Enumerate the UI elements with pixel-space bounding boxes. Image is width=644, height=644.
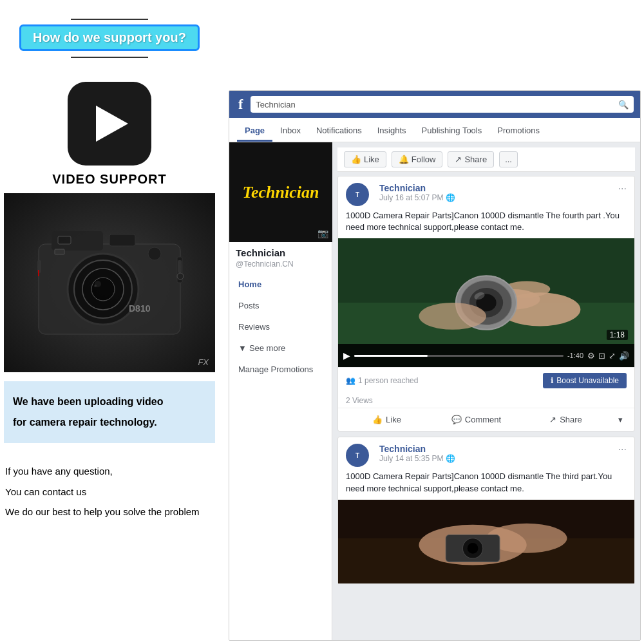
svg-point-35	[468, 543, 478, 554]
camera-svg: D810	[19, 212, 200, 354]
post-meta-2: Technician July 14 at 5:35 PM 🌐	[379, 444, 455, 463]
facebook-panel: f Technician 🔍 Page Inbox Notifications …	[229, 90, 641, 641]
follow-label: Follow	[412, 155, 436, 164]
video-control-icons: ⚙ ⊡ ⤢ 🔊	[587, 351, 629, 361]
post-more-button-1[interactable]: ···	[618, 183, 627, 194]
play-box	[68, 82, 151, 166]
chevron-down-icon: ▼	[238, 343, 247, 353]
tab-notifications[interactable]: Notifications	[308, 120, 370, 142]
avatar-text-1: T	[355, 191, 359, 198]
post-comment-button-1[interactable]: 💬 Comment	[433, 411, 520, 428]
reach-info-1: 👥 1 person reached	[346, 376, 418, 385]
boost-button-1[interactable]: ℹ Boost Unavailable	[543, 373, 627, 388]
follow-button[interactable]: 🔔 Follow	[392, 151, 443, 167]
post-share-button-1[interactable]: ↗ Share	[522, 411, 609, 428]
play-icon[interactable]: ▶	[343, 350, 350, 361]
svg-point-5	[91, 278, 115, 301]
tab-publishing-tools[interactable]: Publishing Tools	[414, 120, 490, 142]
like-label: Like	[364, 155, 379, 164]
blue-text-box: We have been uploading video for camera …	[4, 381, 215, 443]
page-cover: Technician 📷	[229, 142, 332, 242]
camera-bg: D810	[4, 193, 215, 372]
post-avatar-2: T	[346, 444, 369, 467]
fb-search-bar[interactable]: Technician 🔍	[251, 96, 634, 113]
more-button[interactable]: ...	[499, 151, 518, 167]
share-icon-small: ↗	[549, 415, 556, 424]
svg-text:D810: D810	[129, 303, 151, 314]
tab-promotions[interactable]: Promotions	[489, 120, 547, 142]
post-date-text-1: July 16 at 5:07 PM	[379, 193, 443, 202]
settings-icon[interactable]: ⚙	[587, 351, 595, 361]
video-controls-1: ▶ -1:40 ⚙ ⊡ ⤢ 🔊	[338, 344, 634, 367]
camera-image-area: D810 FX	[4, 193, 215, 372]
post-author-1: Technician	[379, 183, 455, 193]
avatar-text-2: T	[355, 452, 359, 459]
contact-line2: You can contact us	[5, 482, 214, 502]
post-author-2: Technician	[379, 444, 455, 454]
post-more-actions-1[interactable]: ▾	[612, 411, 629, 428]
svg-point-28	[419, 303, 486, 330]
post-text-1: 1000D Camera Repair Parts]Canon 1000D di…	[338, 210, 634, 238]
support-header: How do we support you?	[0, 0, 219, 69]
fb-topbar: f Technician 🔍	[229, 91, 640, 118]
progress-bar[interactable]	[354, 355, 564, 357]
like-button[interactable]: 👍 Like	[344, 151, 386, 167]
share-button[interactable]: ↗ Share	[448, 151, 494, 167]
tab-page[interactable]: Page	[237, 120, 272, 142]
post-like-label: Like	[386, 415, 401, 424]
fb-content: Technician 📷 Technician @Technician.CN H…	[229, 142, 640, 640]
info-icon: ℹ	[551, 376, 554, 385]
manage-promotions-item[interactable]: Manage Promotions	[229, 359, 332, 380]
fullscreen-icon[interactable]: ⤢	[609, 351, 616, 361]
post-date-text-2: July 14 at 5:35 PM	[379, 454, 443, 463]
boost-bar-1: 👥 1 person reached ℹ Boost Unavailable	[338, 367, 634, 393]
post-actions-1: 👍 Like 💬 Comment ↗ Share ▾	[338, 408, 634, 431]
pip-icon[interactable]: ⊡	[598, 351, 605, 361]
left-panel: How do we support you? VIDEO SUPPORT	[0, 0, 219, 644]
tab-insights[interactable]: Insights	[370, 120, 414, 142]
boost-label-1: Boost Unavailable	[556, 376, 619, 385]
svg-point-7	[94, 285, 97, 287]
sidebar-item-home[interactable]: Home	[229, 274, 332, 295]
page-cover-text: Technician	[243, 183, 319, 202]
post-header-1: T Technician July 16 at 5:07 PM 🌐 ···	[338, 176, 634, 210]
post-more-button-2[interactable]: ···	[618, 444, 627, 455]
see-more-label: See more	[249, 343, 285, 353]
post-share-label: Share	[560, 415, 582, 424]
post-text-2: 1000D Camera Repair Parts]Canon 1000D di…	[338, 471, 634, 499]
video-time: -1:40	[567, 352, 583, 359]
post-meta-1: Technician July 16 at 5:07 PM 🌐	[379, 183, 455, 202]
fb-nav: Page Inbox Notifications Insights Publis…	[229, 118, 640, 142]
globe-icon-2: 🌐	[446, 454, 455, 463]
comment-icon: 💬	[451, 415, 462, 424]
fb-feed[interactable]: 👍 Like 🔔 Follow ↗ Share ...	[332, 142, 640, 640]
fb-search-text: Technician	[256, 100, 295, 109]
play-triangle-icon	[96, 106, 128, 142]
like-icon-small: 👍	[372, 415, 383, 424]
reach-text-1: 1 person reached	[358, 376, 418, 385]
sidebar-item-posts[interactable]: Posts	[229, 295, 332, 316]
people-icon: 👥	[346, 376, 355, 385]
post-like-button-1[interactable]: 👍 Like	[343, 411, 430, 428]
post-date-2: July 14 at 5:35 PM 🌐	[379, 454, 455, 463]
post-date-1: July 16 at 5:07 PM 🌐	[379, 193, 455, 202]
page-name: Technician	[229, 242, 332, 260]
like-icon: 👍	[351, 155, 361, 164]
bell-icon: 🔔	[399, 155, 409, 164]
blue-text-line2: for camera repair technology.	[13, 412, 206, 433]
camera-icon: 📷	[317, 228, 328, 238]
video-thumbnail-2	[338, 500, 634, 583]
post-video-1: 1:18 ▶ -1:40 ⚙ ⊡ ⤢ 🔊	[338, 238, 634, 367]
tab-inbox[interactable]: Inbox	[272, 120, 308, 142]
contact-line3: We do our best to help you solve the pro…	[5, 502, 214, 522]
video-timer-1: 1:18	[607, 330, 628, 340]
svg-point-9	[148, 247, 161, 260]
see-more-item[interactable]: ▼ See more	[229, 337, 332, 359]
svg-rect-14	[178, 260, 182, 273]
fb-action-bar: 👍 Like 🔔 Follow ↗ Share ...	[337, 147, 635, 172]
volume-icon[interactable]: 🔊	[619, 351, 629, 361]
sidebar-item-reviews[interactable]: Reviews	[229, 316, 332, 337]
post-card-2: T Technician July 14 at 5:35 PM 🌐 ··· 10…	[337, 437, 635, 583]
post-header-2: T Technician July 14 at 5:35 PM 🌐 ···	[338, 437, 634, 471]
views-count-1: 2 Views	[338, 393, 634, 408]
